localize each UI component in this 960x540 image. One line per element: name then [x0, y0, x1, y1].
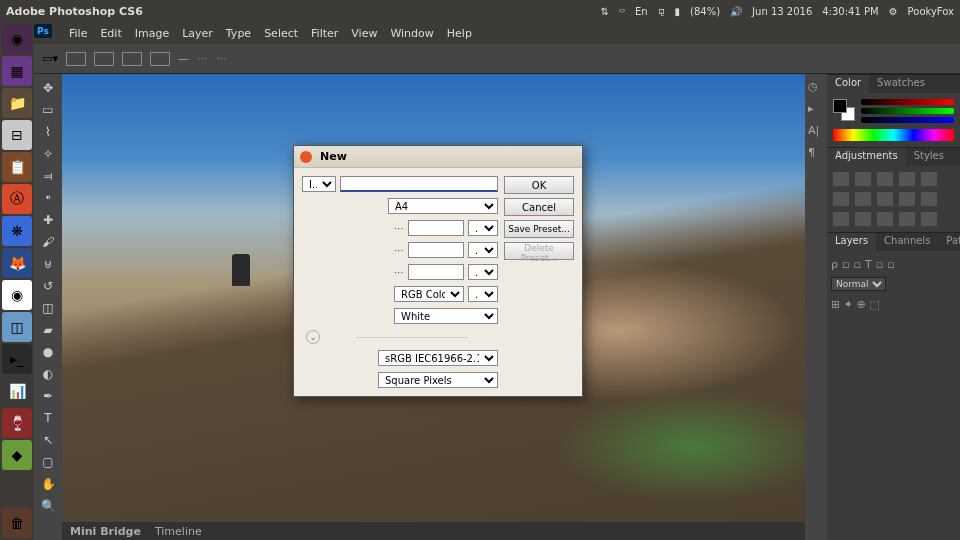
tab-minibridge[interactable]: Mini Bridge [70, 525, 141, 538]
launcher-files[interactable]: 📁 [2, 88, 32, 118]
date[interactable]: Jun 13 2016 [752, 6, 812, 17]
char-panel-icon[interactable]: A| [808, 124, 824, 140]
tab-color[interactable]: Color [827, 75, 869, 93]
pen-tool[interactable]: ✒ [37, 386, 59, 406]
heal-tool[interactable]: ✚ [37, 210, 59, 230]
menu-filter[interactable]: Filter [311, 27, 338, 40]
colormode-select[interactable]: RGB Color [394, 286, 464, 302]
menu-window[interactable]: Window [390, 27, 433, 40]
marquee-tool[interactable]: ▭ [37, 100, 59, 120]
launcher-app4[interactable]: ❋ [2, 216, 32, 246]
adj-bw[interactable] [877, 192, 893, 206]
menu-file[interactable]: File [69, 27, 87, 40]
wifi-icon[interactable]: ⌔ [619, 6, 625, 17]
bitdepth-select[interactable]: ... [468, 286, 498, 302]
menu-image[interactable]: Image [135, 27, 169, 40]
width-unit[interactable]: ... [468, 220, 498, 236]
width-input[interactable] [408, 220, 464, 236]
menu-select[interactable]: Select [264, 27, 298, 40]
launcher-monitor[interactable]: 📊 [2, 376, 32, 406]
spectrum-ramp[interactable] [833, 129, 954, 141]
type-tool[interactable]: T [37, 408, 59, 428]
history-panel-icon[interactable]: ◷ [808, 80, 824, 96]
bgcontents-select[interactable]: White [394, 308, 498, 324]
adj-exposure[interactable] [899, 172, 915, 186]
shape-tool[interactable]: ▢ [37, 452, 59, 472]
settings-icon[interactable]: ⚙ [889, 6, 898, 17]
blend-mode-select[interactable]: Normal [831, 277, 886, 291]
adj-chmix[interactable] [921, 192, 937, 206]
gradient-tool[interactable]: ▰ [37, 320, 59, 340]
menu-layer[interactable]: Layer [182, 27, 213, 40]
dodge-tool[interactable]: ◐ [37, 364, 59, 384]
cancel-button[interactable]: Cancel [504, 198, 574, 216]
res-unit[interactable]: ... [468, 264, 498, 280]
tab-timeline[interactable]: Timeline [155, 525, 202, 538]
tab-adjustments[interactable]: Adjustments [827, 148, 906, 166]
launcher-app2[interactable]: 📋 [2, 152, 32, 182]
adj-colorbal[interactable] [855, 192, 871, 206]
launcher-app7[interactable]: ◆ [2, 440, 32, 470]
network-icon[interactable]: ⇅ [601, 6, 609, 17]
actions-panel-icon[interactable]: ▸ [808, 102, 824, 118]
selection-mode-new[interactable] [66, 52, 86, 66]
adj-vibrance[interactable] [921, 172, 937, 186]
fg-bg-swatch[interactable] [833, 99, 855, 121]
adj-selcolor[interactable] [921, 212, 937, 226]
hand-tool[interactable]: ✋ [37, 474, 59, 494]
tab-swatches[interactable]: Swatches [869, 75, 933, 93]
resolution-input[interactable] [408, 264, 464, 280]
dialog-titlebar[interactable]: New [294, 146, 582, 168]
eraser-tool[interactable]: ◫ [37, 298, 59, 318]
battery-icon[interactable]: ▮ [675, 6, 681, 17]
launcher-app1[interactable]: ▦ [2, 56, 32, 86]
name-dropdown[interactable]: I... [302, 176, 336, 192]
selection-mode-sub[interactable] [122, 52, 142, 66]
launcher-drive[interactable]: ⊟ [2, 120, 32, 150]
tab-channels[interactable]: Channels [876, 233, 938, 251]
menu-type[interactable]: Type [226, 27, 251, 40]
advanced-toggle[interactable]: ⌄ [306, 330, 320, 344]
menu-view[interactable]: View [351, 27, 377, 40]
tab-layers[interactable]: Layers [827, 233, 876, 251]
selection-mode-intersect[interactable] [150, 52, 170, 66]
move-tool[interactable]: ✥ [37, 78, 59, 98]
b-slider[interactable] [861, 117, 954, 123]
name-input[interactable] [340, 176, 498, 192]
launcher-app6[interactable]: 🍷 [2, 408, 32, 438]
g-slider[interactable] [861, 108, 954, 114]
menu-help[interactable]: Help [447, 27, 472, 40]
tab-paths[interactable]: Paths [938, 233, 960, 251]
launcher-dash[interactable]: ◉ [2, 24, 32, 54]
opt-dash1[interactable]: ⋯ [197, 52, 208, 65]
height-input[interactable] [408, 242, 464, 258]
opt-dash2[interactable]: ⋯ [216, 52, 227, 65]
adj-curves[interactable] [877, 172, 893, 186]
launcher-terminal[interactable]: ▸_ [2, 344, 32, 374]
tool-preset-icon[interactable]: ▭▾ [42, 52, 58, 65]
adj-brightness[interactable] [833, 172, 849, 186]
keyboard-indicator[interactable]: En [635, 6, 648, 17]
adj-thresh[interactable] [877, 212, 893, 226]
zoom-tool[interactable]: 🔍 [37, 496, 59, 516]
path-tool[interactable]: ↖ [37, 430, 59, 450]
launcher-app3[interactable]: Ⓐ [2, 184, 32, 214]
launcher-trash[interactable]: 🗑 [2, 508, 32, 538]
username[interactable]: PookyFox [908, 6, 954, 17]
launcher-firefox[interactable]: 🦊 [2, 248, 32, 278]
adj-poster[interactable] [855, 212, 871, 226]
blur-tool[interactable]: ● [37, 342, 59, 362]
launcher-app5[interactable]: ◫ [2, 312, 32, 342]
pixelaspect-select[interactable]: Square Pixels [378, 372, 498, 388]
height-unit[interactable]: ... [468, 242, 498, 258]
adj-gradmap[interactable] [899, 212, 915, 226]
lasso-tool[interactable]: ⌇ [37, 122, 59, 142]
para-panel-icon[interactable]: ¶ [808, 146, 824, 162]
volume-icon[interactable]: 🔊 [730, 6, 742, 17]
bluetooth-icon[interactable]: ⚼ [658, 5, 665, 17]
stamp-tool[interactable]: ⊎ [37, 254, 59, 274]
save-preset-button[interactable]: Save Preset... [504, 220, 574, 238]
tab-styles[interactable]: Styles [906, 148, 952, 166]
menu-edit[interactable]: Edit [100, 27, 121, 40]
wand-tool[interactable]: ✧ [37, 144, 59, 164]
